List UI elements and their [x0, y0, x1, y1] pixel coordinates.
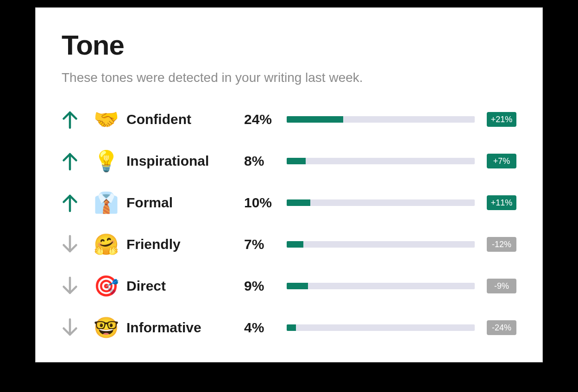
- tone-row: 🤝Confident24%+21%: [62, 104, 516, 135]
- tone-percent: 8%: [244, 153, 281, 169]
- tone-row: 🤗Friendly7%-12%: [62, 229, 516, 260]
- tone-bar: [287, 199, 477, 206]
- card-title: Tone: [62, 29, 516, 61]
- bar-track: [287, 283, 475, 289]
- tone-label: Confident: [126, 112, 239, 127]
- tone-label: Direct: [126, 278, 239, 294]
- arrow-down-icon: [62, 318, 86, 337]
- bar-fill: [287, 324, 296, 331]
- tone-percent: 7%: [244, 236, 281, 252]
- tone-delta-badge: -9%: [487, 279, 516, 293]
- tone-delta-badge: +11%: [487, 195, 516, 210]
- tone-emoji-icon: 👔: [91, 193, 121, 213]
- bar-track: [287, 241, 475, 248]
- tone-bar: [287, 283, 477, 289]
- tone-label: Formal: [126, 195, 239, 211]
- bar-track: [287, 158, 475, 164]
- arrow-down-icon: [62, 235, 86, 254]
- bar-track: [287, 116, 475, 123]
- tone-emoji-icon: 🤝: [91, 109, 121, 130]
- bar-fill: [287, 241, 303, 248]
- tone-label: Inspirational: [126, 153, 239, 169]
- arrow-up-icon: [62, 193, 86, 212]
- tone-label: Informative: [126, 320, 239, 336]
- tone-row: 🎯Direct9%-9%: [62, 270, 516, 302]
- arrow-down-icon: [62, 276, 86, 296]
- tone-bar: [287, 158, 477, 164]
- tone-emoji-icon: 💡: [91, 151, 121, 171]
- tone-bar: [287, 241, 477, 248]
- tone-delta-badge: -24%: [487, 320, 516, 335]
- tone-percent: 10%: [244, 195, 281, 211]
- bar-fill: [287, 283, 308, 289]
- tone-row: 👔Formal10%+11%: [62, 187, 516, 218]
- tone-row: 🤓Informative4%-24%: [62, 312, 516, 343]
- tone-bar: [287, 324, 477, 331]
- tone-percent: 24%: [244, 112, 281, 127]
- arrow-up-icon: [62, 110, 86, 129]
- bar-fill: [287, 158, 306, 164]
- tone-percent: 4%: [244, 320, 281, 336]
- tone-row: 💡Inspirational8%+7%: [62, 145, 516, 177]
- tone-emoji-icon: 🤗: [91, 234, 121, 255]
- bar-fill: [287, 116, 343, 123]
- tone-bar: [287, 116, 477, 123]
- tone-delta-badge: +7%: [487, 154, 516, 168]
- tone-emoji-icon: 🤓: [91, 317, 121, 338]
- bar-fill: [287, 199, 310, 206]
- tone-emoji-icon: 🎯: [91, 276, 121, 296]
- tone-percent: 9%: [244, 278, 281, 294]
- tone-delta-badge: +21%: [487, 112, 516, 127]
- card-subtitle: These tones were detected in your writin…: [62, 70, 516, 85]
- tone-card: Tone These tones were detected in your w…: [35, 7, 543, 362]
- tone-rows: 🤝Confident24%+21%💡Inspirational8%+7%👔For…: [62, 104, 516, 343]
- arrow-up-icon: [62, 151, 86, 171]
- bar-track: [287, 324, 475, 331]
- tone-delta-badge: -12%: [487, 237, 516, 252]
- bar-track: [287, 199, 475, 206]
- tone-label: Friendly: [126, 236, 239, 252]
